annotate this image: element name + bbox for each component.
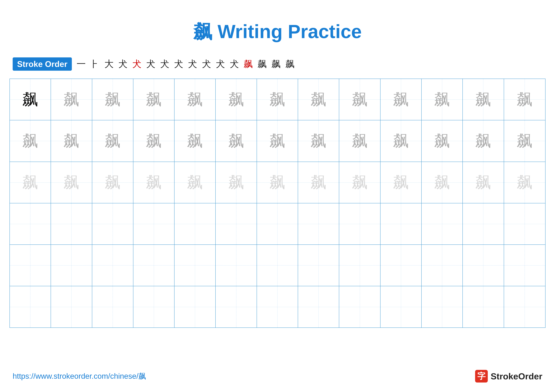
grid-cell[interactable]: 飙 bbox=[216, 79, 257, 120]
grid-cell[interactable]: 飙 bbox=[422, 79, 463, 120]
grid-cell[interactable]: 飙 bbox=[133, 162, 175, 203]
grid-cell[interactable]: 飙 bbox=[257, 79, 298, 120]
grid-cell[interactable]: 飙 bbox=[10, 162, 51, 203]
grid-cell[interactable]: 飙 bbox=[463, 162, 504, 203]
grid-cell[interactable]: 飙 bbox=[380, 79, 422, 120]
grid-cell[interactable] bbox=[175, 286, 216, 327]
grid-cell[interactable] bbox=[298, 245, 339, 286]
grid-cell[interactable] bbox=[51, 286, 92, 327]
grid-cell[interactable] bbox=[422, 203, 463, 244]
logo-text: StrokeOrder bbox=[491, 371, 542, 381]
grid-cell[interactable]: 飙 bbox=[10, 79, 51, 120]
grid-cell[interactable]: 飙 bbox=[504, 79, 545, 120]
grid-cell[interactable]: 飙 bbox=[10, 120, 51, 161]
grid-cell[interactable]: 飙 bbox=[51, 79, 92, 120]
grid-cell[interactable] bbox=[216, 203, 257, 244]
cell-character: 飙 bbox=[517, 130, 533, 152]
grid-cell[interactable] bbox=[51, 245, 92, 286]
grid-cell[interactable] bbox=[92, 245, 133, 286]
grid-cell[interactable]: 飙 bbox=[422, 162, 463, 203]
page-title: 飙 Writing Practice bbox=[0, 0, 555, 54]
grid-cell[interactable] bbox=[92, 203, 133, 244]
grid-cell[interactable] bbox=[422, 286, 463, 327]
grid-cell[interactable]: 飙 bbox=[133, 120, 175, 161]
grid-cell[interactable] bbox=[380, 245, 422, 286]
cell-character: 飙 bbox=[352, 172, 368, 193]
footer-logo: 字 StrokeOrder bbox=[475, 370, 542, 383]
grid-cell[interactable] bbox=[216, 286, 257, 327]
grid-cell[interactable] bbox=[422, 245, 463, 286]
grid-cell[interactable] bbox=[339, 245, 380, 286]
stroke-step-1: 一 bbox=[77, 58, 86, 70]
grid-cell[interactable]: 飙 bbox=[298, 79, 339, 120]
grid-cell[interactable]: 飙 bbox=[463, 120, 504, 161]
grid-cell[interactable]: 飙 bbox=[92, 120, 133, 161]
stroke-order-badge: Stroke Order bbox=[13, 57, 72, 71]
grid-cell[interactable] bbox=[380, 203, 422, 244]
grid-cell[interactable]: 飙 bbox=[339, 79, 380, 120]
stroke-order-row: Stroke Order 一 ⺊ 大 犬 犬 犬 犬 犬 犬 犬 犬 犬 飙 飙… bbox=[0, 54, 555, 74]
grid-cell[interactable] bbox=[504, 286, 545, 327]
grid-cell[interactable] bbox=[92, 286, 133, 327]
grid-row-3: 飙飙飙飙飙飙飙飙飙飙飙飙飙 bbox=[10, 162, 545, 203]
grid-cell[interactable]: 飙 bbox=[257, 120, 298, 161]
grid-cell[interactable] bbox=[298, 203, 339, 244]
grid-cell[interactable] bbox=[10, 203, 51, 244]
grid-cell[interactable]: 飙 bbox=[51, 162, 92, 203]
grid-cell[interactable]: 飙 bbox=[339, 162, 380, 203]
grid-cell[interactable]: 飙 bbox=[175, 120, 216, 161]
grid-cell[interactable]: 飙 bbox=[51, 120, 92, 161]
grid-cell[interactable] bbox=[10, 286, 51, 327]
grid-cell[interactable]: 飙 bbox=[339, 120, 380, 161]
grid-cell[interactable] bbox=[257, 286, 298, 327]
cell-character: 飙 bbox=[393, 172, 409, 193]
grid-cell[interactable] bbox=[463, 286, 504, 327]
grid-cell[interactable]: 飙 bbox=[92, 79, 133, 120]
cell-character: 飙 bbox=[63, 172, 79, 193]
grid-cell[interactable]: 飙 bbox=[504, 120, 545, 161]
cell-character: 飙 bbox=[105, 172, 121, 193]
grid-cell[interactable]: 飙 bbox=[298, 120, 339, 161]
grid-cell[interactable] bbox=[133, 286, 175, 327]
cell-character: 飙 bbox=[228, 172, 244, 193]
grid-cell[interactable]: 飙 bbox=[380, 120, 422, 161]
footer: https://www.strokeorder.com/chinese/飙 字 … bbox=[0, 370, 555, 383]
grid-cell[interactable] bbox=[504, 203, 545, 244]
grid-cell[interactable] bbox=[339, 286, 380, 327]
grid-cell[interactable]: 飙 bbox=[257, 162, 298, 203]
grid-cell[interactable] bbox=[463, 245, 504, 286]
grid-cell[interactable] bbox=[216, 245, 257, 286]
grid-cell[interactable]: 飙 bbox=[463, 79, 504, 120]
grid-cell[interactable] bbox=[298, 286, 339, 327]
grid-cell[interactable] bbox=[463, 203, 504, 244]
grid-cell[interactable]: 飙 bbox=[92, 162, 133, 203]
grid-cell[interactable] bbox=[133, 203, 175, 244]
grid-cell[interactable]: 飙 bbox=[422, 120, 463, 161]
grid-cell[interactable]: 飙 bbox=[175, 162, 216, 203]
cell-character: 飙 bbox=[105, 89, 121, 110]
grid-cell[interactable] bbox=[51, 203, 92, 244]
grid-cell[interactable] bbox=[339, 203, 380, 244]
grid-cell[interactable]: 飙 bbox=[380, 162, 422, 203]
cell-character: 飙 bbox=[228, 130, 244, 152]
grid-cell[interactable] bbox=[504, 245, 545, 286]
grid-cell[interactable] bbox=[380, 286, 422, 327]
grid-cell[interactable]: 飙 bbox=[504, 162, 545, 203]
grid-cell[interactable]: 飙 bbox=[298, 162, 339, 203]
grid-cell[interactable]: 飙 bbox=[216, 162, 257, 203]
cell-character: 飙 bbox=[187, 89, 203, 110]
grid-cell[interactable] bbox=[175, 203, 216, 244]
stroke-step-4: 犬 bbox=[118, 58, 128, 70]
grid-cell[interactable] bbox=[257, 203, 298, 244]
grid-cell[interactable]: 飙 bbox=[216, 120, 257, 161]
grid-cell[interactable] bbox=[10, 245, 51, 286]
cell-character: 飙 bbox=[475, 130, 491, 152]
grid-cell[interactable]: 飙 bbox=[133, 79, 175, 120]
footer-url: https://www.strokeorder.com/chinese/飙 bbox=[13, 371, 146, 381]
grid-cell[interactable]: 飙 bbox=[175, 79, 216, 120]
cell-character: 飙 bbox=[270, 89, 285, 110]
cell-character: 飙 bbox=[187, 172, 203, 193]
grid-cell[interactable] bbox=[175, 245, 216, 286]
grid-cell[interactable] bbox=[257, 245, 298, 286]
grid-cell[interactable] bbox=[133, 245, 175, 286]
